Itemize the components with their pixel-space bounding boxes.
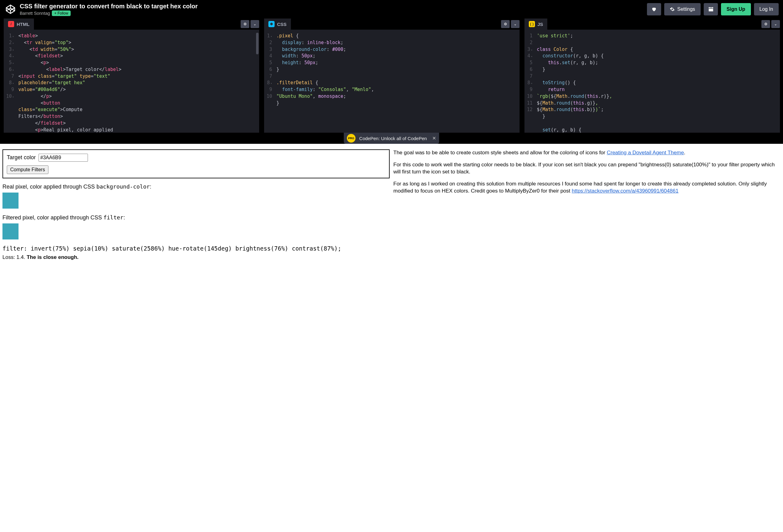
description-paragraph: The goal was to be able to create custom… — [393, 149, 781, 156]
description-paragraph: For as long as I worked on creating this… — [393, 181, 781, 195]
stackoverflow-link[interactable]: https://stackoverflow.com/a/43960991/604… — [572, 188, 679, 194]
editor-row: / HTML ⚙ ⌄ 123456 78 910 <table> <tr val… — [0, 19, 783, 133]
settings-label: Settings — [677, 6, 695, 12]
panel-settings-button[interactable]: ⚙ — [241, 20, 249, 28]
panel-dropdown-button[interactable]: ⌄ — [771, 20, 780, 28]
code-editor-css[interactable]: 123456789 10 .pixel { display: inline-bl… — [264, 30, 520, 133]
js-badge-icon: ( ) — [529, 21, 535, 27]
gutter-css: 123456789 10 — [264, 30, 275, 133]
promo-bar: PRO CodePen: Unlock all of CodePen ✕ — [0, 133, 783, 144]
target-color-label: Target color — [7, 154, 36, 160]
result-pane: Target color Compute Filters Real pixel,… — [0, 144, 783, 264]
dovetail-link[interactable]: Creating a Dovetail Agent Theme — [607, 150, 684, 156]
chevron-down-icon: ⌄ — [774, 22, 777, 26]
app-header: CSS filter generator to convert from bla… — [0, 0, 783, 19]
panel-css: ✱ CSS ⚙ ⌄ 123456789 10 .pixel { display:… — [264, 19, 520, 133]
description-paragraph: For this code to work well the starting … — [393, 161, 781, 176]
real-pixel-label: Real pixel, color applied through CSS ba… — [2, 183, 390, 190]
real-pixel-swatch — [2, 193, 19, 209]
panel-label: JS — [537, 22, 543, 27]
promo-pill[interactable]: PRO CodePen: Unlock all of CodePen ✕ — [344, 133, 439, 144]
chevron-down-icon: ⌄ — [514, 22, 517, 26]
author-name[interactable]: Barrett Sonntag — [20, 11, 50, 16]
css-badge-icon: ✱ — [269, 21, 275, 27]
code-css: .pixel { display: inline-block; backgrou… — [275, 30, 520, 133]
tab-js[interactable]: ( ) JS — [525, 19, 547, 30]
view-switcher-button[interactable] — [704, 3, 718, 15]
close-icon[interactable]: ✕ — [432, 135, 436, 141]
panel-settings-button[interactable]: ⚙ — [501, 20, 510, 28]
pro-badge-icon: PRO — [347, 134, 355, 143]
codepen-logo[interactable] — [4, 3, 17, 15]
target-color-input[interactable] — [38, 154, 88, 162]
target-fieldset: Target color Compute Filters — [2, 149, 390, 178]
result-left-column: Target color Compute Filters Real pixel,… — [2, 149, 390, 260]
panel-label: CSS — [277, 22, 287, 27]
filter-output: filter: invert(75%) sepia(10%) saturate(… — [2, 245, 390, 252]
code-js: 'use strict'; class Color { constructor(… — [536, 30, 780, 133]
panel-settings-button[interactable]: ⚙ — [761, 20, 770, 28]
gear-icon — [670, 7, 675, 12]
panel-dropdown-button[interactable]: ⌄ — [251, 20, 259, 28]
settings-button[interactable]: Settings — [664, 3, 701, 15]
promo-text: CodePen: Unlock all of CodePen — [359, 136, 427, 141]
result-right-column: The goal was to be able to create custom… — [393, 149, 781, 260]
svg-rect-6 — [709, 9, 713, 11]
compute-filters-button[interactable]: Compute Filters — [7, 165, 49, 174]
scrollbar-vertical[interactable] — [256, 33, 258, 54]
love-button[interactable] — [647, 3, 661, 15]
code-html: <table> <tr valign="top"> <td width="50%… — [17, 30, 259, 133]
svg-rect-4 — [711, 7, 712, 8]
signup-button[interactable]: Sign Up — [721, 3, 751, 15]
logo-icon — [5, 4, 16, 14]
tab-html[interactable]: / HTML — [4, 19, 34, 30]
panel-js: ( ) JS ⚙ ⌄ 123456789 101112 'use strict'… — [525, 19, 780, 133]
loss-output: Loss: 1.4. The is close enough. — [2, 254, 390, 260]
code-editor-js[interactable]: 123456789 101112 'use strict'; class Col… — [525, 30, 780, 133]
chevron-down-icon: ⌄ — [253, 22, 256, 26]
gear-icon: ⚙ — [764, 22, 768, 26]
html-badge-icon: / — [8, 21, 14, 27]
gutter-html: 123456 78 910 — [4, 30, 17, 133]
gutter-js: 123456789 101112 — [525, 30, 536, 133]
svg-rect-3 — [709, 7, 710, 8]
gear-icon: ⚙ — [504, 22, 507, 26]
code-editor-html[interactable]: 123456 78 910 <table> <tr valign="top"> … — [4, 30, 259, 133]
follow-button[interactable]: + Follow — [52, 10, 71, 16]
layout-icon — [708, 6, 714, 12]
filtered-pixel-label: Filtered pixel, color applied through CS… — [2, 214, 390, 221]
pen-title: CSS filter generator to convert from bla… — [20, 2, 647, 10]
panel-html: / HTML ⚙ ⌄ 123456 78 910 <table> <tr val… — [4, 19, 259, 133]
tab-css[interactable]: ✱ CSS — [264, 19, 291, 30]
panel-label: HTML — [17, 22, 30, 27]
panel-dropdown-button[interactable]: ⌄ — [511, 20, 520, 28]
login-button[interactable]: Log In — [754, 3, 779, 15]
svg-rect-5 — [712, 7, 713, 8]
heart-icon — [651, 6, 657, 12]
filtered-pixel-swatch — [2, 223, 19, 240]
gear-icon: ⚙ — [243, 22, 247, 26]
